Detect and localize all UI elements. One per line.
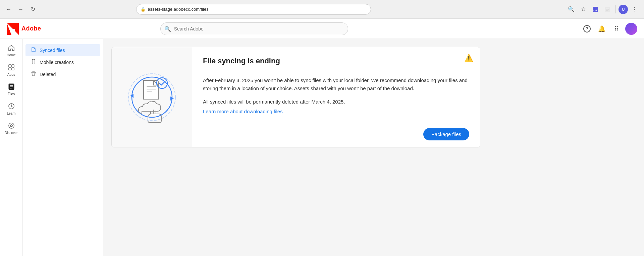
deleted-icon: [31, 71, 36, 78]
nav-item-home-label: Home: [7, 53, 16, 57]
notifications-button[interactable]: 🔔: [596, 23, 608, 35]
learn-more-link[interactable]: Learn more about downloading files: [203, 109, 283, 114]
adobe-logo-svg: A: [7, 23, 19, 35]
nav-item-apps[interactable]: Apps: [1, 61, 21, 79]
extension-btn-2[interactable]: [602, 4, 613, 15]
sidebar: Synced files Mobile creations: [23, 39, 103, 256]
files-icon: [8, 83, 15, 91]
browser-profile-avatar[interactable]: U: [619, 5, 628, 14]
svg-rect-3: [606, 9, 609, 9]
banner-card: File syncing is ending ⚠️ After February…: [111, 47, 480, 147]
banner-body-text: After February 3, 2025 you won't be able…: [203, 76, 469, 92]
svg-rect-9: [12, 65, 14, 67]
banner-title: File syncing is ending: [203, 57, 469, 65]
main-content: Home Apps: [0, 39, 644, 256]
sidebar-item-mobile-creations[interactable]: Mobile creations: [25, 56, 100, 68]
sidebar-item-mobile-creations-label: Mobile creations: [40, 60, 74, 65]
file-sync-illustration: [122, 64, 182, 131]
banner-divider: [203, 71, 469, 71]
bookmark-btn[interactable]: ☆: [578, 4, 589, 15]
left-nav: Home Apps: [0, 39, 23, 256]
sidebar-item-synced-files[interactable]: Synced files: [25, 44, 100, 56]
svg-text:Ae: Ae: [593, 8, 597, 11]
svg-rect-10: [9, 68, 11, 70]
svg-rect-11: [12, 68, 14, 70]
nav-item-files[interactable]: Files: [1, 80, 21, 99]
nav-item-learn-label: Learn: [7, 112, 16, 115]
forward-button[interactable]: →: [16, 5, 25, 14]
header-search[interactable]: 🔍: [160, 22, 348, 35]
nav-item-learn[interactable]: Learn: [1, 100, 21, 118]
package-files-button[interactable]: Package files: [423, 128, 469, 140]
nav-item-files-label: Files: [8, 92, 15, 96]
svg-point-16: [10, 125, 12, 127]
svg-point-15: [9, 123, 14, 128]
adobe-logo[interactable]: A Adobe: [7, 23, 41, 35]
content-area: File syncing is ending ⚠️ After February…: [103, 39, 644, 256]
app-header: A Adobe 🔍 ? 🔔 ⠿: [0, 19, 644, 39]
nav-item-home[interactable]: Home: [1, 42, 21, 60]
nav-item-apps-label: Apps: [7, 73, 15, 76]
nav-item-discover[interactable]: Discover: [1, 119, 21, 137]
back-button[interactable]: ←: [4, 5, 13, 14]
apps-grid-button[interactable]: ⠿: [610, 23, 623, 35]
bell-icon: 🔔: [598, 25, 605, 33]
mobile-creations-icon: [31, 59, 36, 66]
svg-point-14: [11, 105, 12, 105]
banner-right: File syncing is ending ⚠️ After February…: [192, 47, 480, 147]
banner-sub-text: All synced files will be permanently del…: [203, 98, 469, 106]
nav-item-discover-label: Discover: [5, 131, 18, 135]
browser-chrome: ← → ↻ 🔒 assets-stage.adobecc.com/files 🔍…: [0, 0, 644, 19]
url-text: assets-stage.adobecc.com/files: [148, 7, 208, 12]
search-icon: 🔍: [164, 25, 171, 32]
banner-actions: Package files: [192, 124, 480, 147]
browser-search-btn[interactable]: 🔍: [566, 4, 577, 15]
svg-rect-8: [9, 65, 11, 67]
apps-icon: [8, 64, 15, 72]
svg-text:A: A: [12, 28, 16, 34]
extension-btn-1[interactable]: Ae: [590, 4, 601, 15]
banner-illustration: [112, 47, 192, 147]
grid-icon: ⠿: [614, 25, 619, 33]
adobe-wordmark: Adobe: [21, 25, 41, 32]
sidebar-item-synced-files-label: Synced files: [40, 48, 65, 53]
app-container: A Adobe 🔍 ? 🔔 ⠿: [0, 19, 644, 256]
svg-point-18: [33, 63, 34, 63]
home-icon: [8, 44, 15, 53]
warning-icon: ⚠️: [464, 54, 473, 63]
discover-icon: [8, 122, 15, 130]
reload-button[interactable]: ↻: [28, 5, 38, 14]
search-input[interactable]: [160, 22, 348, 35]
learn-icon: [8, 103, 15, 111]
header-right: ? 🔔 ⠿: [581, 23, 637, 35]
synced-files-icon: [31, 47, 36, 54]
address-bar[interactable]: 🔒 assets-stage.adobecc.com/files: [136, 4, 371, 15]
help-icon: ?: [583, 25, 591, 33]
banner-content-body: File syncing is ending ⚠️ After February…: [192, 47, 480, 124]
svg-rect-19: [33, 60, 34, 60]
browser-menu-btn[interactable]: ⋮: [629, 4, 640, 15]
browser-toolbar: 🔍 ☆ Ae U ⋮: [566, 4, 640, 15]
user-avatar[interactable]: [625, 23, 637, 35]
svg-rect-4: [606, 10, 608, 10]
sidebar-item-deleted-label: Deleted: [40, 72, 56, 77]
help-button[interactable]: ?: [581, 23, 593, 35]
sidebar-item-deleted[interactable]: Deleted: [25, 68, 100, 80]
